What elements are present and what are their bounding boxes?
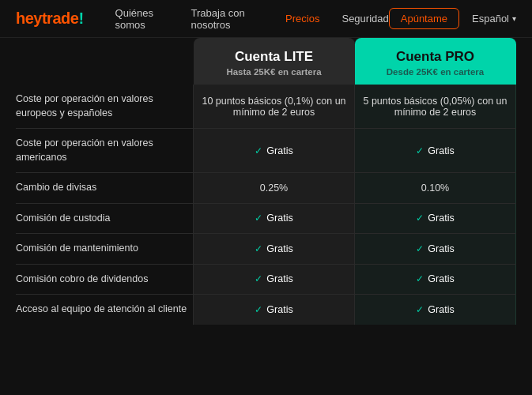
value-text: 5 puntos básicos (0,05%) con un mínimo d… [363,96,507,118]
plan-lite-subtitle: Hasta 25K€ en cartera [203,67,345,77]
feature-column-header [16,38,194,85]
nav-trabaja[interactable]: Trabaja con nosotros [191,7,264,31]
nav-quienes[interactable]: Quiénes somos [115,7,169,31]
lite-value: ✓Gratis [194,234,355,265]
check-icon: ✓ [416,145,424,156]
pricing-table: Cuenta LITE Hasta 25K€ en cartera Cuenta… [16,38,516,325]
feature-label: Cambio de divisas [16,173,194,204]
pro-value: ✓Gratis [355,234,516,265]
feature-label: Coste por operación en valores americano… [16,129,194,173]
feature-label: Coste por operación en valores europeos … [16,85,194,129]
lite-value: 0.25% [194,173,355,204]
check-icon: ✓ [255,304,262,315]
nav-links: Quiénes somos Trabaja con nosotros Preci… [115,7,389,31]
pricing-body: Coste por operación en valores europeos … [16,85,516,325]
gratis-label: Gratis [428,213,454,224]
gratis-label: Gratis [428,304,454,315]
table-row: Coste por operación en valores americano… [16,129,516,173]
plan-lite-name: Cuenta LITE [203,49,345,65]
check-icon: ✓ [416,243,424,254]
check-icon: ✓ [416,213,424,224]
gratis-label: Gratis [266,145,292,156]
gratis-label: Gratis [428,243,454,254]
check-icon: ✓ [255,243,262,254]
plan-lite-card: Cuenta LITE Hasta 25K€ en cartera [194,38,355,85]
value-text: 10 puntos básicos (0,1%) con un mínimo d… [202,96,345,118]
pro-value: ✓Gratis [355,295,516,325]
gratis-label: Gratis [266,273,292,284]
gratis-label: Gratis [266,213,292,224]
pro-value: ✓Gratis [355,129,516,173]
table-row: Cambio de divisas0.25%0.10% [16,173,516,204]
lite-value: ✓Gratis [194,129,355,173]
lite-value: 10 puntos básicos (0,1%) con un mínimo d… [194,85,355,129]
check-icon: ✓ [416,273,424,284]
feature-label: Acceso al equipo de atención al cliente [16,295,194,325]
plan-header-row: Cuenta LITE Hasta 25K€ en cartera Cuenta… [16,38,516,85]
logo[interactable]: heytrade! [16,9,84,28]
feature-label: Comisión cobro de dividendos [16,264,194,295]
nav-seguridad[interactable]: Seguridad [341,13,388,24]
pricing-container: Cuenta LITE Hasta 25K€ en cartera Cuenta… [0,38,532,325]
gratis-label: Gratis [266,243,292,254]
plan-pro-name: Cuenta PRO [364,49,507,65]
table-row: Comisión cobro de dividendos✓Gratis✓Grat… [16,264,516,295]
feature-label: Comisión de custodia [16,203,194,234]
table-row: Comisión de custodia✓Gratis✓Gratis [16,203,516,234]
gratis-label: Gratis [428,273,454,284]
value-text: 0.10% [421,182,449,194]
gratis-label: Gratis [428,145,454,156]
pro-value: 5 puntos básicos (0,05%) con un mínimo d… [355,85,516,129]
pro-value: ✓Gratis [355,203,516,234]
pro-value: ✓Gratis [355,264,516,295]
plan-pro-card: Cuenta PRO Desde 25K€ en cartera [355,38,516,85]
lite-value: ✓Gratis [194,295,355,325]
table-row: Acceso al equipo de atención al cliente✓… [16,295,516,325]
lite-value: ✓Gratis [194,264,355,295]
table-row: Comisión de mantenimiento✓Gratis✓Gratis [16,234,516,265]
pro-value: 0.10% [355,173,516,204]
check-icon: ✓ [255,145,262,156]
cta-button[interactable]: Apúntame [389,8,459,29]
nav-precios[interactable]: Precios [285,13,319,24]
gratis-label: Gratis [266,304,292,315]
plan-pro-subtitle: Desde 25K€ en cartera [364,67,507,77]
chevron-down-icon: ▾ [512,14,516,23]
check-icon: ✓ [416,304,424,315]
check-icon: ✓ [255,213,262,224]
plan-lite-header: Cuenta LITE Hasta 25K€ en cartera [194,38,355,85]
plan-pro-header: Cuenta PRO Desde 25K€ en cartera [355,38,516,85]
logo-text: heytrade [16,9,78,27]
navbar: heytrade! Quiénes somos Trabaja con noso… [0,0,532,38]
language-selector[interactable]: Español ▾ [472,13,516,24]
feature-label: Comisión de mantenimiento [16,234,194,265]
check-icon: ✓ [255,273,262,284]
value-text: 0.25% [260,182,288,194]
table-row: Coste por operación en valores europeos … [16,85,516,129]
lite-value: ✓Gratis [194,203,355,234]
language-label: Español [472,13,509,24]
